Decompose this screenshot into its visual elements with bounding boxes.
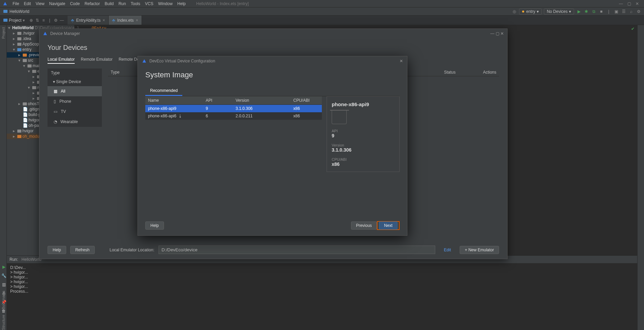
dm-tab-local[interactable]: Local Emulator xyxy=(48,57,75,64)
menubar: File Edit View Navigate Code Refactor Bu… xyxy=(0,0,644,7)
wrench-icon[interactable]: 🔧 xyxy=(1,273,6,278)
sys-close-icon[interactable]: ✕ xyxy=(400,59,403,63)
close-tab-icon[interactable]: × xyxy=(136,18,138,23)
attach-icon[interactable]: ⧉ xyxy=(591,9,596,14)
sys-row[interactable]: phone-x86-api6⭳ 6 2.0.0.211 x86 xyxy=(145,112,322,120)
menu-window[interactable]: Window xyxy=(156,1,175,6)
system-image-modal: DevEco Virtual Device Configuration ✕ Sy… xyxy=(137,56,407,236)
sys-titlebar: DevEco Virtual Device Configuration ✕ xyxy=(138,56,407,66)
dm-maximize-icon[interactable]: ▢ xyxy=(496,31,499,36)
tab-index-ets[interactable]: ⬘ Index.ets × xyxy=(109,16,142,25)
sys-th-version: Version xyxy=(233,96,291,104)
settings-icon[interactable]: ⚙ xyxy=(636,9,641,14)
inbox-icon xyxy=(332,111,347,124)
menu-vcs[interactable]: VCS xyxy=(143,1,156,6)
sync-icon[interactable]: ◎ xyxy=(512,9,517,14)
device-selector[interactable]: No Devices ▾ xyxy=(544,8,574,15)
dm-sidebar: Type ▾ Single Device ▦All ▯Phone ▭TV ◔We… xyxy=(48,69,102,127)
run-icon[interactable]: ▶ xyxy=(576,9,582,14)
tv-icon: ▭ xyxy=(54,109,57,114)
sys-logo-icon xyxy=(142,59,147,63)
dm-side-wearable[interactable]: ◔Wearable xyxy=(48,117,102,127)
separator-icon: | xyxy=(606,9,611,14)
menu-file[interactable]: File xyxy=(10,1,21,6)
menu-edit[interactable]: Edit xyxy=(21,1,33,6)
dm-side-group[interactable]: ▾ Single Device xyxy=(48,77,102,86)
inspection-ok-icon[interactable]: ✔ xyxy=(631,26,634,31)
sys-tab-recommended[interactable]: Recommended xyxy=(145,86,182,96)
dm-logo-icon xyxy=(43,31,48,36)
sys-api-label: API xyxy=(332,129,394,133)
sys-ver-value: 3.1.0.306 xyxy=(332,147,394,153)
dm-heading: Your Devices xyxy=(48,44,499,52)
divider-icon: | xyxy=(47,18,53,23)
sys-heading: System Image xyxy=(145,71,400,79)
dm-side-tv[interactable]: ▭TV xyxy=(48,106,102,117)
menu-tools[interactable]: Tools xyxy=(128,1,143,6)
stop-icon[interactable]: ■ xyxy=(599,9,604,14)
project-strip-btn[interactable]: Project xyxy=(1,27,5,39)
expand-icon[interactable]: ⇅ xyxy=(34,18,40,23)
next-highlight: Next xyxy=(377,221,400,230)
dm-loc-input[interactable] xyxy=(159,246,435,254)
hide-icon[interactable]: — xyxy=(59,18,65,23)
run-tab-label[interactable]: Run: xyxy=(10,257,18,262)
sys-row[interactable]: phone-x86-api9 9 3.1.0.306 x86 xyxy=(145,105,322,112)
menu-refactor[interactable]: Refactor xyxy=(82,1,102,6)
layout-icon[interactable]: ▥ xyxy=(2,282,6,287)
rerun-icon[interactable]: ▶ xyxy=(2,265,5,269)
run-config-name: HelloWorld xyxy=(21,257,41,262)
app-logo-icon xyxy=(3,1,7,6)
pin-icon[interactable]: 📌 xyxy=(1,300,6,305)
target-icon[interactable]: ⊕ xyxy=(28,18,34,23)
watch-icon: ◔ xyxy=(54,119,57,124)
sys-next-button[interactable]: Next xyxy=(379,221,398,230)
search-icon[interactable]: ⌕ xyxy=(628,9,634,14)
print-icon[interactable]: ⎙ xyxy=(3,291,5,296)
close-window-icon[interactable]: ✕ xyxy=(633,1,641,6)
sys-cpu-label: CPU/ABI xyxy=(332,157,394,161)
phone-icon: ▯ xyxy=(54,99,56,104)
debug-icon[interactable]: ✱ xyxy=(584,9,589,14)
device-manager-icon[interactable]: ☰ xyxy=(621,9,626,14)
dm-refresh-button[interactable]: Refresh xyxy=(70,246,95,254)
trash-icon[interactable]: 🗑 xyxy=(2,309,6,313)
menu-navigate[interactable]: Navigate xyxy=(47,1,68,6)
dm-close-icon[interactable]: ✕ xyxy=(500,31,504,36)
dm-side-all[interactable]: ▦All xyxy=(48,86,102,96)
menu-help[interactable]: Help xyxy=(175,1,188,6)
sys-detail-panel: phone-x86-api9 API 9 Version 3.1.0.306 C… xyxy=(327,96,400,172)
dm-minimize-icon[interactable]: — xyxy=(490,31,494,36)
download-icon[interactable]: ⭳ xyxy=(178,114,182,118)
project-tool-button[interactable]: Project ▾ xyxy=(0,16,28,25)
collapse-icon[interactable]: ≡ xyxy=(40,18,47,23)
structure-strip-btn[interactable]: Structure xyxy=(1,315,5,330)
gear-icon[interactable]: ⚙ xyxy=(53,18,59,23)
maximize-icon[interactable]: ▢ xyxy=(625,1,633,6)
menu-run[interactable]: Run xyxy=(116,1,128,6)
dm-help-button[interactable]: Help xyxy=(48,246,66,254)
sys-api-value: 9 xyxy=(332,133,394,138)
sys-cpu-value: x86 xyxy=(332,161,394,167)
project-name: HelloWorld xyxy=(10,9,29,14)
run-output[interactable]: D:\Dev... > hvigor... > hvigor... > hvig… xyxy=(7,263,637,296)
sys-help-button[interactable]: Help xyxy=(145,221,164,230)
dm-edit-button[interactable]: Edit xyxy=(439,246,456,254)
sys-detail-title: phone-x86-api9 xyxy=(332,101,394,107)
dm-side-header: Type xyxy=(48,69,102,77)
sys-previous-button[interactable]: Previous xyxy=(351,221,377,230)
editor-tabs: ⬘ EntryAbility.ts × ⬘ Index.ets × xyxy=(68,16,142,25)
menu-code[interactable]: Code xyxy=(68,1,82,6)
folder-icon xyxy=(3,19,7,22)
menu-build[interactable]: Build xyxy=(102,1,116,6)
dm-side-phone[interactable]: ▯Phone xyxy=(48,96,102,106)
minimize-icon[interactable]: — xyxy=(617,1,625,6)
profiler-icon[interactable]: ▣ xyxy=(613,9,619,14)
close-tab-icon[interactable]: × xyxy=(103,18,105,23)
run-config-selector[interactable]: entry ▾ xyxy=(519,8,542,15)
dm-new-emulator-button[interactable]: + New Emulator xyxy=(460,246,499,254)
breadcrumb-bar: HelloWorld ◎ entry ▾ No Devices ▾ ▶ ✱ ⧉ … xyxy=(0,7,644,16)
dm-tab-remote-emu[interactable]: Remote Emulator xyxy=(81,57,112,64)
menu-view[interactable]: View xyxy=(33,1,47,6)
tab-entryability[interactable]: ⬘ EntryAbility.ts × xyxy=(68,16,109,25)
